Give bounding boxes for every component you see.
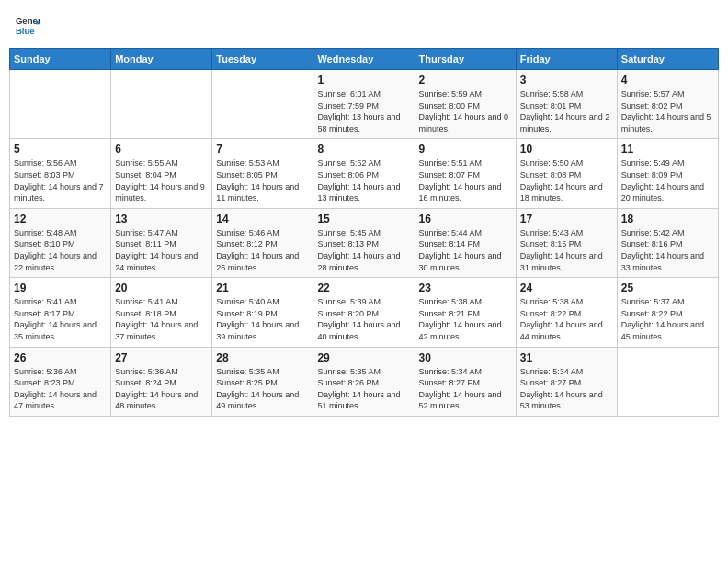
day-number: 29: [317, 351, 410, 364]
day-cell: 8Sunrise: 5:52 AMSunset: 8:06 PMDaylight…: [313, 139, 415, 208]
day-number: 22: [317, 282, 410, 294]
header-cell-monday: Monday: [111, 49, 212, 70]
day-number: 4: [621, 74, 714, 86]
day-info: Sunrise: 5:48 AMSunset: 8:10 PMDaylight:…: [14, 227, 107, 273]
day-info: Sunrise: 5:47 AMSunset: 8:11 PMDaylight:…: [115, 227, 208, 273]
day-info: Sunrise: 5:36 AMSunset: 8:23 PMDaylight:…: [14, 366, 107, 412]
day-number: 1: [317, 74, 410, 86]
day-cell: 17Sunrise: 5:43 AMSunset: 8:15 PMDayligh…: [516, 208, 617, 277]
day-number: 18: [621, 213, 714, 225]
day-number: 5: [14, 143, 107, 155]
day-info: Sunrise: 5:51 AMSunset: 8:07 PMDaylight:…: [419, 157, 512, 203]
day-number: 6: [115, 143, 208, 155]
day-cell: 2Sunrise: 5:59 AMSunset: 8:00 PMDaylight…: [415, 70, 516, 139]
day-number: 31: [520, 351, 613, 364]
day-number: 21: [216, 282, 309, 294]
day-cell: 22Sunrise: 5:39 AMSunset: 8:20 PMDayligh…: [313, 278, 415, 347]
day-number: 20: [115, 282, 208, 294]
day-info: Sunrise: 6:01 AMSunset: 7:59 PMDaylight:…: [317, 88, 410, 134]
day-number: 9: [419, 143, 512, 155]
header-cell-saturday: Saturday: [617, 49, 718, 70]
day-cell: 23Sunrise: 5:38 AMSunset: 8:21 PMDayligh…: [415, 278, 516, 347]
day-info: Sunrise: 5:39 AMSunset: 8:20 PMDaylight:…: [317, 296, 410, 342]
day-number: 10: [520, 143, 613, 155]
day-cell: [111, 70, 212, 139]
day-info: Sunrise: 5:49 AMSunset: 8:09 PMDaylight:…: [621, 157, 714, 203]
day-number: 26: [14, 351, 107, 364]
day-cell: 3Sunrise: 5:58 AMSunset: 8:01 PMDaylight…: [516, 70, 617, 139]
day-number: 14: [216, 213, 309, 225]
week-row-5: 26Sunrise: 5:36 AMSunset: 8:23 PMDayligh…: [10, 347, 719, 416]
week-row-3: 12Sunrise: 5:48 AMSunset: 8:10 PMDayligh…: [10, 208, 719, 277]
day-number: 19: [14, 282, 107, 294]
day-info: Sunrise: 5:43 AMSunset: 8:15 PMDaylight:…: [520, 227, 613, 273]
week-row-1: 1Sunrise: 6:01 AMSunset: 7:59 PMDaylight…: [10, 70, 719, 139]
day-info: Sunrise: 5:34 AMSunset: 8:27 PMDaylight:…: [520, 366, 613, 412]
day-number: 16: [419, 213, 512, 225]
day-number: 12: [14, 213, 107, 225]
day-cell: 14Sunrise: 5:46 AMSunset: 8:12 PMDayligh…: [212, 208, 313, 277]
day-cell: 31Sunrise: 5:34 AMSunset: 8:27 PMDayligh…: [516, 347, 617, 416]
day-cell: [617, 347, 718, 416]
logo: General Blue: [15, 13, 40, 39]
day-info: Sunrise: 5:36 AMSunset: 8:24 PMDaylight:…: [115, 366, 208, 412]
day-cell: [10, 70, 111, 139]
day-info: Sunrise: 5:52 AMSunset: 8:06 PMDaylight:…: [317, 157, 410, 203]
day-cell: 4Sunrise: 5:57 AMSunset: 8:02 PMDaylight…: [617, 70, 718, 139]
day-number: 15: [317, 213, 410, 225]
day-cell: 27Sunrise: 5:36 AMSunset: 8:24 PMDayligh…: [111, 347, 212, 416]
day-cell: 25Sunrise: 5:37 AMSunset: 8:22 PMDayligh…: [617, 278, 718, 347]
day-info: Sunrise: 5:35 AMSunset: 8:25 PMDaylight:…: [216, 366, 309, 412]
day-info: Sunrise: 5:41 AMSunset: 8:18 PMDaylight:…: [115, 296, 208, 342]
day-info: Sunrise: 5:57 AMSunset: 8:02 PMDaylight:…: [621, 88, 714, 134]
day-info: Sunrise: 5:40 AMSunset: 8:19 PMDaylight:…: [216, 296, 309, 342]
header-cell-friday: Friday: [516, 49, 617, 70]
day-info: Sunrise: 5:34 AMSunset: 8:27 PMDaylight:…: [419, 366, 512, 412]
day-info: Sunrise: 5:55 AMSunset: 8:04 PMDaylight:…: [115, 157, 208, 203]
day-info: Sunrise: 5:41 AMSunset: 8:17 PMDaylight:…: [14, 296, 107, 342]
day-info: Sunrise: 5:45 AMSunset: 8:13 PMDaylight:…: [317, 227, 410, 273]
day-info: Sunrise: 5:56 AMSunset: 8:03 PMDaylight:…: [14, 157, 107, 203]
day-number: 23: [419, 282, 512, 294]
day-cell: [212, 70, 313, 139]
day-cell: 1Sunrise: 6:01 AMSunset: 7:59 PMDaylight…: [313, 70, 415, 139]
day-cell: 5Sunrise: 5:56 AMSunset: 8:03 PMDaylight…: [10, 139, 111, 208]
header-row: SundayMondayTuesdayWednesdayThursdayFrid…: [10, 49, 719, 70]
header-cell-thursday: Thursday: [415, 49, 516, 70]
day-cell: 11Sunrise: 5:49 AMSunset: 8:09 PMDayligh…: [617, 139, 718, 208]
day-number: 24: [520, 282, 613, 294]
day-cell: 7Sunrise: 5:53 AMSunset: 8:05 PMDaylight…: [212, 139, 313, 208]
day-cell: 16Sunrise: 5:44 AMSunset: 8:14 PMDayligh…: [415, 208, 516, 277]
day-number: 3: [520, 74, 613, 86]
day-number: 30: [419, 351, 512, 364]
day-number: 11: [621, 143, 714, 155]
day-cell: 21Sunrise: 5:40 AMSunset: 8:19 PMDayligh…: [212, 278, 313, 347]
day-cell: 20Sunrise: 5:41 AMSunset: 8:18 PMDayligh…: [111, 278, 212, 347]
day-number: 28: [216, 351, 309, 364]
day-info: Sunrise: 5:44 AMSunset: 8:14 PMDaylight:…: [419, 227, 512, 273]
day-cell: 28Sunrise: 5:35 AMSunset: 8:25 PMDayligh…: [212, 347, 313, 416]
day-number: 17: [520, 213, 613, 225]
day-cell: 13Sunrise: 5:47 AMSunset: 8:11 PMDayligh…: [111, 208, 212, 277]
svg-text:Blue: Blue: [16, 26, 35, 36]
day-cell: 19Sunrise: 5:41 AMSunset: 8:17 PMDayligh…: [10, 278, 111, 347]
week-row-4: 19Sunrise: 5:41 AMSunset: 8:17 PMDayligh…: [10, 278, 719, 347]
day-cell: 10Sunrise: 5:50 AMSunset: 8:08 PMDayligh…: [516, 139, 617, 208]
day-cell: 29Sunrise: 5:35 AMSunset: 8:26 PMDayligh…: [313, 347, 415, 416]
day-info: Sunrise: 5:35 AMSunset: 8:26 PMDaylight:…: [317, 366, 410, 412]
day-cell: 6Sunrise: 5:55 AMSunset: 8:04 PMDaylight…: [111, 139, 212, 208]
calendar-table: SundayMondayTuesdayWednesdayThursdayFrid…: [9, 48, 719, 417]
day-cell: 15Sunrise: 5:45 AMSunset: 8:13 PMDayligh…: [313, 208, 415, 277]
header-cell-wednesday: Wednesday: [313, 49, 415, 70]
day-info: Sunrise: 5:42 AMSunset: 8:16 PMDaylight:…: [621, 227, 714, 273]
day-info: Sunrise: 5:59 AMSunset: 8:00 PMDaylight:…: [419, 88, 512, 134]
day-cell: 24Sunrise: 5:38 AMSunset: 8:22 PMDayligh…: [516, 278, 617, 347]
day-number: 2: [419, 74, 512, 86]
day-cell: 26Sunrise: 5:36 AMSunset: 8:23 PMDayligh…: [10, 347, 111, 416]
day-cell: 12Sunrise: 5:48 AMSunset: 8:10 PMDayligh…: [10, 208, 111, 277]
header-cell-tuesday: Tuesday: [212, 49, 313, 70]
day-cell: 30Sunrise: 5:34 AMSunset: 8:27 PMDayligh…: [415, 347, 516, 416]
day-info: Sunrise: 5:50 AMSunset: 8:08 PMDaylight:…: [520, 157, 613, 203]
day-info: Sunrise: 5:53 AMSunset: 8:05 PMDaylight:…: [216, 157, 309, 203]
day-number: 27: [115, 351, 208, 364]
